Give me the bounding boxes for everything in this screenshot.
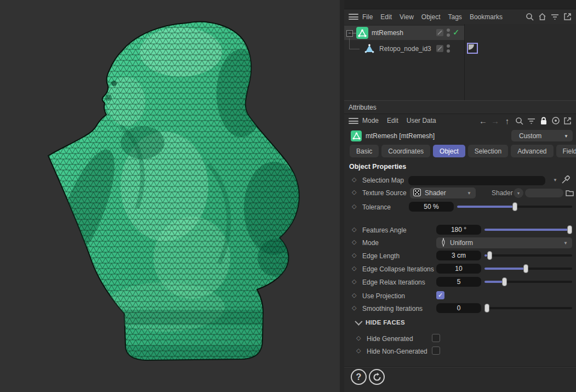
attributes-title: Attributes bbox=[349, 104, 377, 111]
selection-map-row: ◇ Selection Map ▼ bbox=[344, 175, 576, 186]
tolerance-row: ◇ Tolerance 50 % bbox=[344, 202, 576, 213]
slider-knob[interactable] bbox=[567, 225, 572, 234]
panel-gutter[interactable] bbox=[340, 0, 344, 392]
menu-view[interactable]: View bbox=[400, 13, 414, 21]
display-toggle-icon[interactable] bbox=[436, 29, 443, 36]
tree-row-retopo-node[interactable]: Retopo_node_id3 bbox=[344, 42, 464, 56]
chevron-down-icon[interactable]: ▼ bbox=[553, 178, 557, 183]
display-toggle-icon[interactable] bbox=[436, 45, 443, 52]
help-icon[interactable]: ? bbox=[351, 369, 367, 385]
texture-source-dropdown[interactable]: Shader ▼ bbox=[410, 188, 476, 198]
filter-icon[interactable] bbox=[550, 12, 560, 21]
tab-coordinates[interactable]: Coordinates bbox=[381, 145, 430, 157]
keyframe-diamond-icon[interactable]: ◇ bbox=[352, 292, 356, 299]
menu-mode[interactable]: Mode bbox=[362, 117, 379, 124]
menu-object[interactable]: Object bbox=[421, 13, 441, 21]
menu-file[interactable]: File bbox=[362, 13, 373, 21]
popout-icon[interactable] bbox=[563, 12, 572, 21]
texture-source-value: Shader bbox=[425, 189, 446, 197]
folder-icon[interactable] bbox=[565, 188, 574, 197]
keyframe-diamond-icon[interactable]: ◇ bbox=[352, 238, 356, 246]
forward-arrow-icon[interactable]: → bbox=[491, 116, 500, 126]
hide-non-generated-label: Hide Non-Generated bbox=[367, 348, 427, 355]
preset-dropdown[interactable]: Custom ▼ bbox=[511, 130, 573, 141]
keyframe-diamond-icon[interactable]: ◇ bbox=[352, 265, 356, 272]
hide-faces-group-header[interactable]: HIDE FACES bbox=[355, 319, 405, 326]
slider-knob[interactable] bbox=[502, 277, 507, 286]
menu-edit[interactable]: Edit bbox=[380, 13, 392, 21]
popout-icon[interactable] bbox=[563, 116, 572, 126]
tolerance-slider[interactable] bbox=[457, 202, 572, 211]
remesh-object-icon[interactable] bbox=[356, 27, 368, 39]
search-icon[interactable] bbox=[515, 116, 524, 126]
target-icon[interactable] bbox=[551, 116, 560, 126]
menu-tags[interactable]: Tags bbox=[448, 13, 462, 21]
use-projection-checkbox[interactable]: ✓ bbox=[436, 291, 444, 299]
keyframe-diamond-icon[interactable]: ◇ bbox=[352, 252, 356, 259]
selection-map-input[interactable] bbox=[408, 176, 545, 185]
shader-options-button[interactable]: ▼ bbox=[514, 188, 523, 198]
smoothing-iterations-input[interactable]: 0 bbox=[436, 303, 481, 313]
slider-knob[interactable] bbox=[487, 251, 492, 260]
edge-length-slider[interactable] bbox=[484, 251, 572, 260]
object-manager-column-divider[interactable] bbox=[464, 24, 465, 100]
features-angle-slider[interactable] bbox=[484, 225, 572, 234]
edge-collapse-iterations-slider[interactable] bbox=[484, 264, 572, 273]
menu-user-data[interactable]: User Data bbox=[407, 117, 436, 124]
retopo-node-icon[interactable] bbox=[364, 43, 375, 55]
tab-selection[interactable]: Selection bbox=[468, 145, 508, 157]
selection-map-label: Selection Map bbox=[362, 177, 404, 184]
viewport-canvas[interactable] bbox=[0, 0, 340, 392]
slider-knob[interactable] bbox=[523, 264, 528, 273]
keyframe-diamond-icon[interactable]: ◇ bbox=[352, 189, 356, 196]
filter-icon[interactable] bbox=[527, 116, 536, 126]
hamburger-menu-icon[interactable] bbox=[349, 118, 358, 124]
keyframe-diamond-icon[interactable]: ◇ bbox=[352, 278, 356, 285]
keyframe-diamond-icon[interactable]: ◇ bbox=[356, 334, 361, 342]
back-arrow-icon[interactable]: ← bbox=[478, 116, 488, 126]
polygon-selection-tag-icon[interactable] bbox=[467, 43, 478, 54]
eyedropper-icon[interactable] bbox=[561, 175, 571, 184]
edge-collapse-iterations-input[interactable]: 10 bbox=[436, 264, 481, 274]
hamburger-menu-icon[interactable] bbox=[349, 14, 358, 20]
enabled-check-icon[interactable]: ✓ bbox=[453, 27, 460, 37]
remesh-object-icon bbox=[351, 130, 362, 141]
right-panel: File Edit View Object Tags Bookmarks bbox=[344, 0, 576, 392]
lock-icon[interactable] bbox=[539, 116, 548, 126]
tab-advanced[interactable]: Advanced bbox=[511, 145, 553, 157]
menu-bookmarks[interactable]: Bookmarks bbox=[470, 13, 503, 21]
object-name-mtremesh[interactable]: mtRemesh bbox=[372, 29, 403, 37]
features-angle-input[interactable]: 180 ° bbox=[436, 225, 481, 235]
keyframe-diamond-icon[interactable]: ◇ bbox=[352, 226, 356, 233]
slider-knob[interactable] bbox=[484, 304, 489, 313]
tolerance-input[interactable]: 50 % bbox=[409, 202, 454, 212]
menu-edit[interactable]: Edit bbox=[387, 117, 398, 124]
shader-link-field[interactable] bbox=[525, 189, 563, 197]
tab-fields[interactable]: Fields bbox=[556, 145, 576, 157]
keyframe-diamond-icon[interactable]: ◇ bbox=[352, 203, 356, 210]
tab-basic[interactable]: Basic bbox=[350, 145, 379, 157]
hide-non-generated-checkbox[interactable]: ✓ bbox=[432, 346, 440, 355]
slider-knob[interactable] bbox=[512, 202, 517, 211]
refresh-icon[interactable] bbox=[369, 369, 385, 385]
edge-relax-iterations-slider[interactable] bbox=[484, 277, 572, 286]
hide-generated-checkbox[interactable]: ✓ bbox=[432, 334, 440, 342]
visibility-dots-icon[interactable] bbox=[447, 29, 450, 38]
object-name-retopo-node[interactable]: Retopo_node_id3 bbox=[379, 45, 431, 53]
mode-row: ◇ Mode Uniform ▼ bbox=[344, 237, 576, 248]
home-icon[interactable] bbox=[538, 12, 547, 21]
edge-relax-iterations-input[interactable]: 5 bbox=[436, 277, 481, 287]
attributes-panel-header: Attributes bbox=[344, 100, 576, 114]
keyframe-diamond-icon[interactable]: ◇ bbox=[356, 347, 361, 354]
search-icon[interactable] bbox=[525, 12, 534, 21]
edge-length-input[interactable]: 3 cm bbox=[436, 251, 481, 260]
tree-row-mtremesh[interactable]: − mtRemesh ✓ bbox=[344, 26, 464, 40]
keyframe-diamond-icon[interactable]: ◇ bbox=[352, 304, 356, 311]
keyframe-diamond-icon[interactable]: ◇ bbox=[352, 176, 356, 183]
tab-object[interactable]: Object bbox=[433, 145, 465, 157]
mode-dropdown[interactable]: Uniform ▼ bbox=[436, 237, 572, 248]
visibility-dots-icon[interactable] bbox=[447, 44, 450, 54]
smoothing-iterations-slider[interactable] bbox=[484, 304, 572, 313]
up-arrow-icon[interactable]: ↑ bbox=[503, 116, 512, 126]
tree-expander-icon[interactable]: − bbox=[346, 30, 353, 37]
